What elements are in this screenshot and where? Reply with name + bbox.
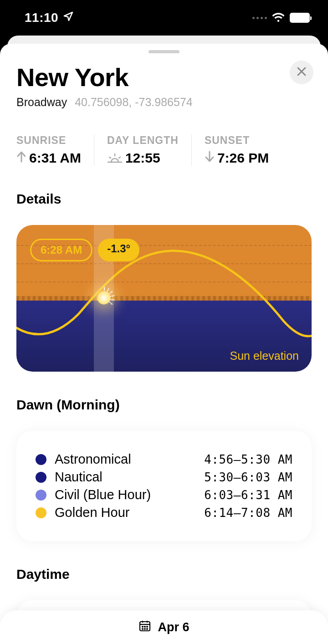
calendar-icon — [138, 619, 151, 635]
row-time: 5:30–6:03 AM — [204, 470, 292, 484]
sunrise-label: SUNRISE — [16, 134, 81, 147]
status-bar: 11:10 — [0, 0, 328, 36]
city-title: New York — [16, 62, 312, 92]
svg-point-5 — [144, 629, 145, 629]
row-time: 6:03–6:31 AM — [204, 488, 292, 502]
dawn-heading: Dawn (Morning) — [16, 397, 312, 413]
svg-point-1 — [142, 626, 143, 627]
status-time: 11:10 — [25, 10, 58, 25]
street-name: Broadway — [16, 96, 67, 108]
detail-sheet: New York Broadway 40.756098, -73.986574 … — [0, 44, 328, 644]
location-arrow-icon — [63, 10, 74, 25]
list-item: Nautical 5:30–6:03 AM — [36, 470, 292, 485]
daylength-block: DAY LENGTH 12:55 — [94, 134, 191, 166]
row-label: Golden Hour — [55, 505, 196, 520]
daytime-heading: Daytime — [16, 567, 312, 582]
svg-point-3 — [147, 626, 148, 627]
date-label: Apr 6 — [158, 620, 189, 634]
daylength-label: DAY LENGTH — [107, 134, 179, 147]
cursor-time-pill: 6:28 AM — [30, 239, 92, 261]
list-item: Civil (Blue Hour) 6:03–6:31 AM — [36, 487, 292, 502]
list-item: Golden Hour 6:14–7:08 AM — [36, 505, 292, 520]
row-label: Astronomical — [55, 452, 196, 467]
color-dot — [36, 507, 46, 518]
color-dot — [36, 472, 46, 483]
sunrise-time: 6:31 AM — [29, 150, 81, 166]
wifi-icon — [272, 13, 285, 23]
coordinates: 40.756098, -73.986574 — [75, 96, 193, 108]
cursor-elevation-pill: -1.3° — [98, 239, 139, 261]
svg-point-6 — [147, 629, 148, 629]
battery-icon — [290, 13, 310, 23]
svg-point-2 — [144, 626, 145, 627]
row-label: Civil (Blue Hour) — [55, 487, 196, 502]
row-time: 6:14–7:08 AM — [204, 506, 292, 520]
summary-row: SUNRISE 6:31 AM DAY LENGTH 12:55 — [16, 134, 312, 166]
dawn-list: Astronomical 4:56–5:30 AM Nautical 5:30–… — [16, 431, 312, 541]
sun-elevation-chart[interactable]: 6:28 AM -1.3° Sun elevation — [16, 225, 312, 372]
details-heading: Details — [16, 191, 312, 207]
list-item: Astronomical 4:56–5:30 AM — [36, 452, 292, 467]
sunset-time: 7:26 PM — [217, 150, 269, 166]
close-icon — [296, 65, 307, 80]
chart-axis-label: Sun elevation — [230, 349, 299, 363]
arrow-down-icon — [205, 150, 215, 166]
sunset-block: SUNSET 7:26 PM — [191, 134, 282, 166]
sunrise-block: SUNRISE 6:31 AM — [16, 134, 94, 166]
arrow-up-icon — [16, 150, 26, 166]
daylength-icon — [107, 153, 123, 163]
sun-icon — [97, 291, 111, 305]
row-label: Nautical — [55, 470, 196, 485]
sheet-grabber[interactable] — [149, 50, 179, 53]
daylength-value: 12:55 — [125, 150, 160, 166]
date-picker-bar[interactable]: Apr 6 — [0, 610, 328, 644]
close-button[interactable] — [290, 61, 313, 84]
sunset-label: SUNSET — [205, 134, 269, 147]
color-dot — [36, 454, 46, 465]
color-dot — [36, 490, 46, 501]
row-time: 4:56–5:30 AM — [204, 453, 292, 466]
svg-point-4 — [142, 629, 143, 629]
cell-signal-icon — [252, 17, 267, 19]
